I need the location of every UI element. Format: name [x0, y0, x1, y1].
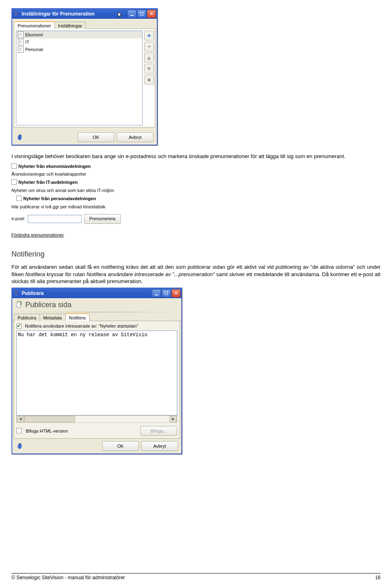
cancel-button[interactable]: Avbryt: [141, 441, 178, 451]
dialog-publicera: Publicera Publicera sida Publicera Metad…: [11, 288, 182, 454]
java-icon: [14, 11, 20, 17]
notify-checkbox[interactable]: [16, 324, 22, 329]
subscription-list[interactable]: Ekonomi IT Personal: [16, 31, 143, 125]
email-input[interactable]: [28, 215, 82, 223]
document-icon: [18, 31, 24, 38]
publish-icon: [16, 301, 23, 308]
subscribe-button[interactable]: Prenumerera: [84, 214, 121, 224]
list-item[interactable]: Personal: [16, 46, 142, 53]
section-heading-notifiering: Notifiering: [11, 250, 381, 259]
attach-html-checkbox[interactable]: [16, 428, 22, 433]
move-up-button[interactable]: ▲: [144, 53, 154, 62]
scroll-thumb[interactable]: [24, 416, 75, 422]
scroll-left-button[interactable]: ◀: [17, 416, 24, 422]
dialog-header: Publicera sida: [12, 298, 181, 312]
checkbox[interactable]: [11, 163, 17, 169]
message-textarea[interactable]: Nu har det kommit en ny release av SiteV…: [16, 330, 177, 415]
cursor-icon: [118, 11, 123, 20]
close-button[interactable]: [147, 10, 156, 18]
tabs: Prenumerationer Inställningar: [14, 20, 155, 29]
page-footer: © Senselogic SiteVision - manual för adm…: [11, 573, 381, 580]
subscription-form-preview: Nyheter från ekonomiavdelningen Årsredov…: [11, 163, 154, 240]
window-title: Publicera: [22, 290, 44, 296]
checkbox[interactable]: [16, 196, 22, 201]
svg-rect-0: [17, 302, 21, 307]
dialog-header-text: Publicera sida: [25, 301, 71, 309]
properties-button[interactable]: ■: [144, 75, 154, 85]
tab-publicera[interactable]: Publicera: [14, 314, 40, 321]
page-number: 16: [375, 575, 381, 580]
email-label: e-post:: [11, 215, 25, 223]
notify-label: Notifiera användare intresserade av: "Ny…: [25, 324, 138, 328]
paragraph: I visningsläge behöver besökaren bara an…: [11, 153, 381, 160]
list-item-label: Personal: [25, 47, 43, 52]
form-subline: Nyheter om virus och annat som kan störa…: [11, 187, 154, 195]
form-heading: Nyheter från IT-avdelningen: [18, 180, 78, 185]
text: kryssar för rutan: [45, 271, 86, 277]
form-heading: Nyheter från ekonomiavdelningen: [18, 164, 91, 169]
dialog-prenumeration-settings: Inställningar för Prenumeration Prenumer…: [11, 8, 158, 145]
tab-metadata[interactable]: Metadata: [40, 314, 66, 321]
tab-prenumerationer[interactable]: Prenumerationer: [14, 21, 55, 29]
form-heading: Nyheter från personalavdelningen: [23, 196, 96, 201]
tab-notifiera[interactable]: Notifiera: [65, 313, 89, 321]
window-title: Inställningar för Prenumeration: [22, 11, 95, 17]
help-hand-icon[interactable]: [16, 133, 24, 141]
ok-button[interactable]: OK: [102, 441, 139, 451]
ok-button[interactable]: OK: [78, 132, 114, 142]
maximize-button[interactable]: [137, 10, 146, 18]
titlebar[interactable]: Publicera: [12, 288, 181, 298]
list-item-label: Ekonomi: [25, 32, 43, 37]
minimize-button[interactable]: [152, 289, 161, 297]
titlebar[interactable]: Inställningar för Prenumeration: [12, 9, 157, 19]
java-icon: [14, 290, 20, 296]
move-down-button[interactable]: ▼: [144, 64, 154, 74]
document-icon: [18, 46, 24, 53]
remove-button[interactable]: −: [144, 42, 154, 51]
tab-installningar[interactable]: Inställningar: [54, 22, 86, 29]
list-item-label: IT: [25, 40, 29, 45]
list-item[interactable]: IT: [16, 38, 142, 46]
list-item[interactable]: Ekonomi: [16, 31, 142, 38]
scroll-track[interactable]: [24, 416, 169, 422]
document-icon: [18, 39, 24, 45]
tabs: Publicera Metadata Notifiera: [12, 312, 181, 321]
close-button[interactable]: [172, 289, 180, 297]
form-subline: Årsredovisningar och kvartalrapporter: [11, 170, 154, 179]
scrollbar-horizontal[interactable]: ◀ ▶: [16, 415, 177, 423]
change-subscriptions-link[interactable]: Förändra prenumerationer: [11, 231, 64, 239]
textarea-content: Nu har det kommit en ny release av SiteV…: [18, 332, 147, 338]
add-button[interactable]: ＋: [144, 31, 154, 40]
cancel-button[interactable]: Avbryt: [117, 132, 154, 142]
attach-label: Bifoga HTML-version: [26, 429, 68, 433]
form-subline: Här publicerar vi två ggr per månad löne…: [11, 203, 154, 211]
scroll-right-button[interactable]: ▶: [169, 416, 177, 422]
text-italic: Notifiera: [25, 271, 45, 277]
maximize-button[interactable]: [162, 289, 171, 297]
attach-button[interactable]: Bifoga...: [140, 426, 177, 436]
help-hand-icon[interactable]: [16, 442, 24, 450]
minimize-button[interactable]: [127, 10, 136, 18]
footer-text: © Senselogic SiteVision - manual för adm…: [11, 575, 125, 580]
paragraph: För att användaren sedan skall få en not…: [11, 263, 381, 285]
checkbox[interactable]: [11, 179, 17, 185]
text-italic: Notifiera användare intresserade av "...…: [87, 271, 215, 277]
